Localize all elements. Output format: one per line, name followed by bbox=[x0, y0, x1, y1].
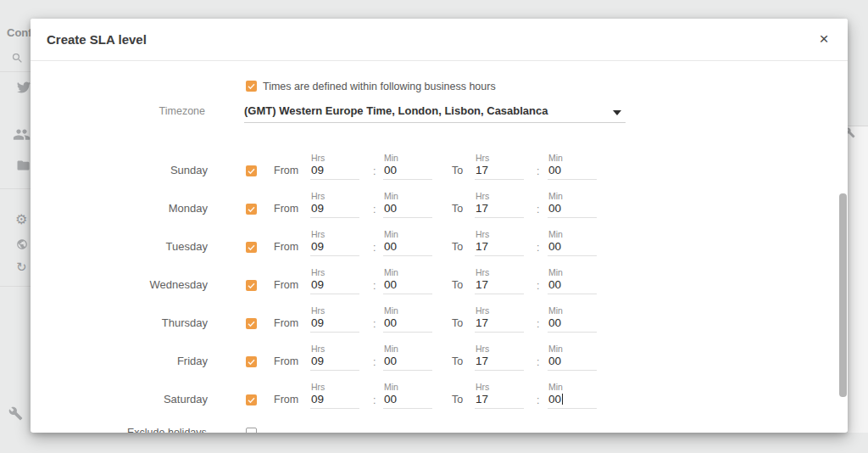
to-minutes-field[interactable]: Min 00 bbox=[548, 305, 597, 334]
min-caption: Min bbox=[548, 267, 563, 277]
from-minutes-value[interactable]: 00 bbox=[384, 202, 397, 215]
sidebar-divider bbox=[0, 286, 31, 287]
hrs-caption: Hrs bbox=[311, 191, 325, 201]
to-minutes-field[interactable]: Min 00 bbox=[548, 267, 597, 296]
to-minutes-value[interactable]: 00 bbox=[548, 393, 563, 405]
timezone-select[interactable]: (GMT) Western Europe Time, London, Lisbo… bbox=[244, 103, 626, 123]
from-minutes-value[interactable]: 00 bbox=[384, 316, 397, 329]
from-minutes-value[interactable]: 00 bbox=[384, 278, 397, 291]
to-hours-field[interactable]: Hrs 17 bbox=[475, 382, 524, 411]
to-hours-field[interactable]: Hrs 17 bbox=[475, 153, 524, 182]
app-background: Confi ⚙ ↻ Create SLA level × Times are bbox=[0, 0, 868, 453]
field-underline bbox=[310, 332, 359, 333]
day-row: Thursday From Hrs 09 : Min 00 To Hrs 17 … bbox=[31, 305, 848, 344]
twitter-icon[interactable] bbox=[16, 81, 31, 94]
day-enabled-checkbox[interactable] bbox=[246, 356, 257, 367]
to-minutes-value[interactable]: 00 bbox=[548, 316, 561, 329]
to-minutes-value[interactable]: 00 bbox=[548, 164, 561, 176]
to-hours-value[interactable]: 17 bbox=[476, 240, 488, 253]
from-hours-value[interactable]: 09 bbox=[311, 164, 324, 176]
to-hours-value[interactable]: 17 bbox=[476, 393, 488, 405]
to-hours-value[interactable]: 17 bbox=[476, 202, 488, 215]
from-minutes-field[interactable]: Min 00 bbox=[383, 382, 432, 411]
from-hours-field[interactable]: Hrs 09 bbox=[310, 229, 359, 258]
day-enabled-checkbox[interactable] bbox=[246, 394, 257, 405]
from-hours-value[interactable]: 09 bbox=[311, 316, 324, 329]
to-minutes-value[interactable]: 00 bbox=[548, 202, 561, 215]
to-hours-value[interactable]: 17 bbox=[476, 164, 488, 176]
agents-icon[interactable] bbox=[13, 128, 31, 141]
folder-icon[interactable] bbox=[16, 159, 31, 171]
to-minutes-field[interactable]: Min 00 bbox=[548, 382, 597, 411]
to-minutes-value[interactable]: 00 bbox=[548, 240, 561, 253]
to-label: To bbox=[452, 394, 463, 405]
to-hours-field[interactable]: Hrs 17 bbox=[475, 344, 524, 372]
refresh-icon[interactable]: ↻ bbox=[16, 260, 27, 275]
to-minutes-value[interactable]: 00 bbox=[548, 355, 561, 367]
day-row: Saturday From Hrs 09 : Min 00 To Hrs 17 … bbox=[31, 382, 848, 420]
from-hours-value[interactable]: 09 bbox=[311, 240, 324, 253]
to-hours-field[interactable]: Hrs 17 bbox=[475, 229, 524, 258]
create-sla-modal: Create SLA level × Times are defined wit… bbox=[31, 19, 848, 433]
sidebar-divider bbox=[0, 71, 31, 72]
business-hours-checkbox[interactable] bbox=[246, 81, 257, 92]
from-minutes-value[interactable]: 00 bbox=[384, 164, 397, 176]
day-row: Tuesday From Hrs 09 : Min 00 To Hrs 17 :… bbox=[31, 229, 848, 267]
gear-icon[interactable]: ⚙ bbox=[15, 211, 27, 227]
from-hours-field[interactable]: Hrs 09 bbox=[310, 382, 359, 411]
colon-separator: : bbox=[537, 165, 539, 177]
from-hours-value[interactable]: 09 bbox=[311, 393, 324, 405]
from-minutes-field[interactable]: Min 00 bbox=[383, 191, 432, 220]
from-minutes-field[interactable]: Min 00 bbox=[383, 344, 432, 372]
day-enabled-checkbox[interactable] bbox=[246, 165, 257, 176]
to-hours-field[interactable]: Hrs 17 bbox=[475, 267, 524, 296]
from-hours-value[interactable]: 09 bbox=[311, 202, 324, 215]
colon-separator: : bbox=[373, 165, 376, 177]
from-minutes-value[interactable]: 00 bbox=[384, 240, 397, 253]
from-minutes-field[interactable]: Min 00 bbox=[383, 267, 432, 296]
to-minutes-field[interactable]: Min 00 bbox=[548, 229, 597, 258]
from-minutes-field[interactable]: Min 00 bbox=[383, 229, 432, 258]
from-hours-value[interactable]: 09 bbox=[311, 278, 324, 291]
from-hours-field[interactable]: Hrs 09 bbox=[310, 344, 359, 372]
from-minutes-value[interactable]: 00 bbox=[384, 355, 397, 367]
from-hours-field[interactable]: Hrs 09 bbox=[310, 153, 359, 182]
to-minutes-field[interactable]: Min 00 bbox=[548, 191, 597, 220]
close-icon[interactable]: × bbox=[812, 19, 836, 61]
colon-separator: : bbox=[373, 280, 376, 292]
from-minutes-field[interactable]: Min 00 bbox=[383, 153, 432, 182]
exclude-holidays-checkbox[interactable] bbox=[246, 428, 257, 433]
to-hours-field[interactable]: Hrs 17 bbox=[475, 305, 524, 334]
search-icon[interactable] bbox=[11, 52, 24, 64]
modal-scrollbar[interactable] bbox=[839, 193, 847, 397]
day-enabled-checkbox[interactable] bbox=[246, 242, 257, 253]
min-caption: Min bbox=[384, 305, 398, 316]
day-enabled-checkbox[interactable] bbox=[246, 280, 257, 291]
from-minutes-value[interactable]: 00 bbox=[384, 393, 397, 405]
to-hours-value[interactable]: 17 bbox=[476, 355, 488, 367]
to-minutes-value[interactable]: 00 bbox=[548, 278, 561, 291]
to-hours-field[interactable]: Hrs 17 bbox=[475, 191, 524, 220]
field-underline bbox=[310, 294, 359, 294]
from-minutes-field[interactable]: Min 00 bbox=[383, 305, 432, 334]
from-hours-value[interactable]: 09 bbox=[311, 355, 324, 367]
globe-icon[interactable] bbox=[16, 238, 28, 250]
wrench-icon[interactable] bbox=[8, 406, 23, 421]
from-hours-field[interactable]: Hrs 09 bbox=[310, 267, 359, 296]
sidebar-divider bbox=[0, 188, 31, 189]
to-label: To bbox=[452, 203, 463, 215]
from-hours-field[interactable]: Hrs 09 bbox=[310, 305, 359, 334]
to-hours-value[interactable]: 17 bbox=[476, 278, 488, 291]
min-caption: Min bbox=[384, 191, 398, 201]
timezone-value: (GMT) Western Europe Time, London, Lisbo… bbox=[244, 104, 548, 117]
day-enabled-checkbox[interactable] bbox=[246, 318, 257, 329]
to-hours-value[interactable]: 17 bbox=[476, 316, 488, 329]
field-underline bbox=[310, 408, 359, 409]
to-minutes-field[interactable]: Min 00 bbox=[548, 153, 597, 182]
from-hours-field[interactable]: Hrs 09 bbox=[310, 191, 359, 220]
to-minutes-field[interactable]: Min 00 bbox=[548, 344, 597, 372]
colon-separator: : bbox=[537, 394, 539, 406]
day-enabled-checkbox[interactable] bbox=[246, 204, 257, 215]
from-label: From bbox=[274, 241, 298, 253]
day-label: Monday bbox=[64, 202, 208, 215]
